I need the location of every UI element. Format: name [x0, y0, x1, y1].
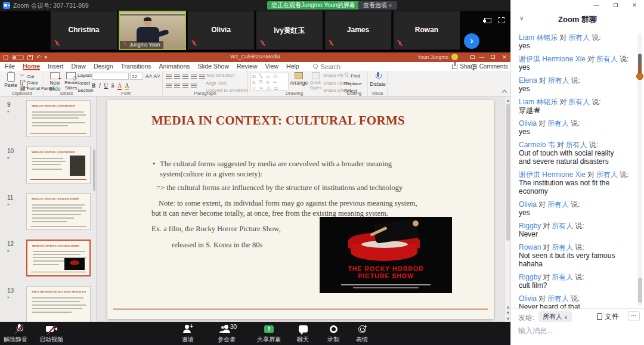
chat-maximize-button[interactable]	[611, 2, 620, 8]
highlight-button[interactable]: A	[125, 83, 129, 90]
find-button[interactable]: Find	[344, 72, 361, 80]
tab-file[interactable]: File	[5, 63, 15, 70]
gallery-view-button[interactable]	[484, 15, 491, 26]
quick-styles-button[interactable]: Quick Styles	[308, 72, 323, 91]
scrollbar-thumb[interactable]	[506, 104, 510, 241]
slide-thumbnail-13[interactable]: 13★ WHAT THE MEDIA REALLY DOES: MEDIATIO…	[0, 286, 95, 323]
unmute-button[interactable]: 解除静音	[1, 324, 30, 344]
tab-slide-show[interactable]: Slide Show	[198, 63, 230, 70]
participant-tile[interactable]: Ivy黄红玉	[256, 11, 323, 50]
slide-canvas[interactable]: MEDIA IN CONTEXT: CULTURAL FORMS • The c…	[107, 100, 494, 319]
slide-body-text[interactable]: The cultural forms suggested by media ar…	[160, 160, 392, 169]
tab-view[interactable]: View	[265, 63, 278, 70]
tab-transitions[interactable]: Transitions	[121, 63, 151, 70]
comments-icon	[471, 64, 477, 69]
ribbon-options-button[interactable]	[467, 54, 477, 61]
share-screen-button[interactable]: ↑ 共享屏幕	[253, 324, 285, 344]
participant-tile[interactable]: Olivia	[187, 11, 255, 50]
slide-number: 9	[7, 101, 11, 108]
dictate-icon	[375, 72, 381, 80]
fullscreen-button[interactable]	[499, 15, 504, 26]
slide-thumbnail-9[interactable]: 9★ MEDIA IN CONTEXT: 2) INSTITUTION	[0, 100, 95, 137]
user-avatar[interactable]	[451, 54, 458, 60]
file-button[interactable]: 文件	[597, 312, 619, 322]
slide-thumbnail-11[interactable]: 11★ MEDIA IN CONTEXT: CULTURAL FORMS	[0, 193, 95, 230]
font-name-select[interactable]	[92, 73, 129, 80]
slide-body-text[interactable]: => the cultural forms are influenced by …	[156, 184, 402, 192]
italic-button[interactable]: I	[99, 83, 101, 89]
chat-message: 谢伊淇 Hermione Xie对所有人说: The institution w…	[519, 170, 636, 195]
participant-tile[interactable]: James	[324, 11, 392, 50]
file-icon	[597, 313, 602, 320]
minimize-button[interactable]: —	[477, 54, 487, 61]
chat-scrollbar-thumb[interactable]	[638, 278, 642, 303]
slide-body-text[interactable]: released in S. Korea in the 80s	[172, 241, 262, 250]
slide-thumbnail-10[interactable]: 10★ MEDIA IN CONTEXT: 2) INSTITUTION	[0, 147, 95, 184]
reactions-button[interactable]: + 表情	[349, 324, 374, 344]
invite-button[interactable]: + 邀请	[174, 324, 202, 344]
collapse-ribbon-button[interactable]	[502, 89, 507, 94]
tab-help[interactable]: Help	[286, 63, 299, 70]
participant-tile[interactable]: Rowan	[393, 11, 460, 50]
message-input[interactable]	[518, 327, 637, 335]
underline-button[interactable]: U	[104, 83, 108, 89]
paste-button[interactable]: Paste	[1, 72, 20, 88]
chat-button[interactable]: 聊天	[290, 324, 316, 344]
align-buttons[interactable]	[166, 83, 199, 89]
view-options-button[interactable]: 查看选项 ∨	[358, 1, 397, 10]
invite-icon: +	[183, 325, 193, 334]
participant-tile-video[interactable]: Jungmo Youn	[119, 11, 186, 50]
participant-hair	[144, 17, 151, 21]
tab-review[interactable]: Review	[237, 63, 257, 70]
more-options-button[interactable]: ⋯	[628, 311, 640, 321]
slide-thumbnail-pane: 9★ MEDIA IN CONTEXT: 2) INSTITUTION 10★ …	[0, 97, 97, 322]
search-box[interactable]: Search	[313, 63, 340, 70]
grow-shrink-font-buttons[interactable]: A˄ A˅	[145, 73, 160, 79]
cut-button[interactable]: Cut	[20, 73, 34, 79]
maximize-button[interactable]	[488, 54, 497, 61]
tab-insert[interactable]: Insert	[48, 63, 63, 70]
comments-button[interactable]: Comments	[471, 62, 508, 71]
font-color-button[interactable]: A	[117, 83, 122, 90]
recipient-dropdown[interactable]: 所有人 ∨	[538, 311, 572, 322]
tab-home[interactable]: Home	[23, 63, 40, 70]
share-icon	[452, 64, 457, 69]
chat-close-button[interactable]: ✕	[630, 2, 639, 8]
close-button[interactable]: ✕	[500, 54, 509, 61]
rocky-horror-poster-image[interactable]: THE ROCKY HORRORPICTURE SHOW	[320, 217, 452, 293]
participants-button[interactable]: 30 参会者	[212, 324, 241, 344]
strikethrough-button[interactable]: S	[112, 83, 114, 89]
arrange-button[interactable]: Arrange	[290, 72, 308, 86]
text-direction-button[interactable]: Text Direction	[206, 72, 248, 80]
arrange-icon	[295, 72, 303, 79]
list-buttons[interactable]	[166, 74, 208, 80]
slide-thumbnail-12-current[interactable]: 12★ MEDIA IN CONTEXT: CULTURAL FORMS	[0, 240, 95, 276]
copy-button[interactable]: Copy	[20, 79, 38, 85]
replace-button[interactable]: Replace	[344, 80, 361, 88]
chat-minimize-button[interactable]: —	[592, 2, 600, 8]
thumb-title: MEDIA IN CONTEXT: CULTURAL FORMS	[32, 198, 91, 200]
shapes-gallery[interactable]: ◻ ╲ ▭ ○ △ ▽ ◇ ⇨ ☆ ⇦ ○ ◻	[250, 73, 289, 91]
align-text-button[interactable]: Align Text	[206, 80, 248, 88]
start-video-button[interactable]: 启动视频	[37, 324, 66, 344]
slide-body-text[interactable]: system(culture in a given society):	[160, 170, 262, 179]
font-size-select[interactable]: 22	[130, 73, 143, 80]
camera-off-icon	[46, 325, 57, 332]
record-button[interactable]: 录制	[321, 324, 346, 344]
muted-mic-icon	[122, 42, 127, 48]
next-participants-button[interactable]: ›	[464, 33, 479, 49]
account-name[interactable]: Youn Jungmo	[417, 54, 448, 60]
dictate-button[interactable]: Dictate	[368, 72, 388, 87]
thumbnail-scrollbar[interactable]	[93, 150, 95, 191]
tab-draw[interactable]: Draw	[71, 63, 86, 70]
cut-icon	[20, 74, 25, 79]
slide-body-text[interactable]: Note: to some extent, its individual for…	[159, 199, 417, 208]
slide-scrollbar[interactable]: ▲ ▲ ▼ ▼	[504, 97, 510, 322]
slide-body-text[interactable]: Ex. a film, the Rocky Horror Picture Sho…	[151, 225, 281, 234]
bold-button[interactable]: B	[92, 83, 95, 89]
tab-design[interactable]: Design	[94, 63, 113, 70]
slide-footer-rule	[113, 309, 488, 310]
participant-tile[interactable]: Christina	[50, 11, 117, 50]
slide-title[interactable]: MEDIA IN CONTEXT: CULTURAL FORMS	[151, 113, 405, 128]
tab-animations[interactable]: Animations	[159, 63, 190, 70]
